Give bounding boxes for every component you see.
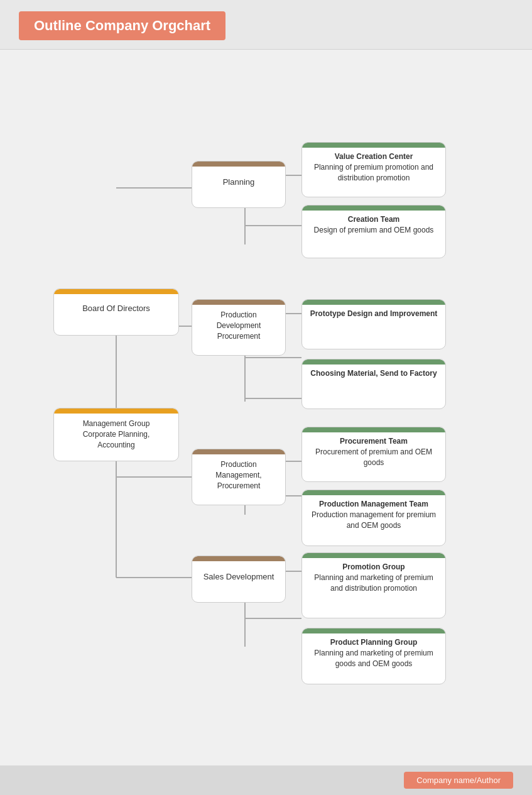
choosing-material-label: Choosing Material, Send to Factory <box>302 365 445 385</box>
page-title: Outline Company Orgchart <box>19 11 225 40</box>
production-mgmt-label: ProductionManagement,Procurement <box>192 454 285 497</box>
management-node: Management GroupCorporate Planning,Accou… <box>53 408 179 461</box>
management-label: Management GroupCorporate Planning,Accou… <box>54 414 178 456</box>
production-mgmt-team-bar <box>302 490 445 495</box>
product-planning-label: Product Planning GroupPlanning and marke… <box>302 633 445 675</box>
production-dev-bar <box>192 300 285 305</box>
sales-dev-node: Sales Development <box>192 556 286 603</box>
planning-label: Planning <box>192 167 285 194</box>
sales-dev-bar <box>192 556 285 561</box>
choosing-material-bar <box>302 359 445 365</box>
creation-team-label: Creation TeamDesign of premium and OEM g… <box>302 211 445 242</box>
production-mgmt-bar <box>192 449 285 454</box>
production-mgmt-team-label: Production Management TeamProduction man… <box>302 495 445 537</box>
procurement-team-bar <box>302 427 445 432</box>
page: Outline Company Orgchart <box>0 0 532 795</box>
production-dev-label: ProductionDevelopmentProcurement <box>192 305 285 348</box>
creation-team-node: Creation TeamDesign of premium and OEM g… <box>301 205 446 258</box>
promotion-group-node: Promotion GroupPlanning and marketing of… <box>301 552 446 618</box>
product-planning-node: Product Planning GroupPlanning and marke… <box>301 628 446 684</box>
value-creation-bar <box>302 143 445 148</box>
choosing-material-node: Choosing Material, Send to Factory <box>301 359 446 409</box>
promotion-group-bar <box>302 553 445 558</box>
planning-bar <box>192 162 285 167</box>
production-mgmt-team-node: Production Management TeamProduction man… <box>301 490 446 546</box>
header: Outline Company Orgchart <box>0 0 532 50</box>
creation-team-bar <box>302 206 445 211</box>
prototype-node: Prototype Design and Improvement <box>301 299 446 349</box>
planning-node: Planning <box>192 161 286 208</box>
value-creation-node: Value Creation CenterPlanning of premium… <box>301 142 446 197</box>
promotion-group-label: Promotion GroupPlanning and marketing of… <box>302 558 445 600</box>
sales-dev-label: Sales Development <box>192 561 285 589</box>
footer: Company name/Author <box>0 765 532 795</box>
procurement-team-node: Procurement TeamProcurement of premium a… <box>301 427 446 482</box>
board-label: Board Of Directors <box>54 294 178 321</box>
board-bar <box>54 289 178 294</box>
production-mgmt-node: ProductionManagement,Procurement <box>192 449 286 505</box>
value-creation-label: Value Creation CenterPlanning of premium… <box>302 148 445 189</box>
production-dev-node: ProductionDevelopmentProcurement <box>192 299 286 356</box>
product-planning-bar <box>302 628 445 633</box>
footer-label: Company name/Author <box>404 772 513 789</box>
management-bar <box>54 408 178 414</box>
chart-area: Board Of Directors Management GroupCorpo… <box>0 50 532 766</box>
procurement-team-label: Procurement TeamProcurement of premium a… <box>302 432 445 474</box>
board-node: Board Of Directors <box>53 288 179 336</box>
prototype-label: Prototype Design and Improvement <box>302 305 445 326</box>
prototype-bar <box>302 300 445 305</box>
